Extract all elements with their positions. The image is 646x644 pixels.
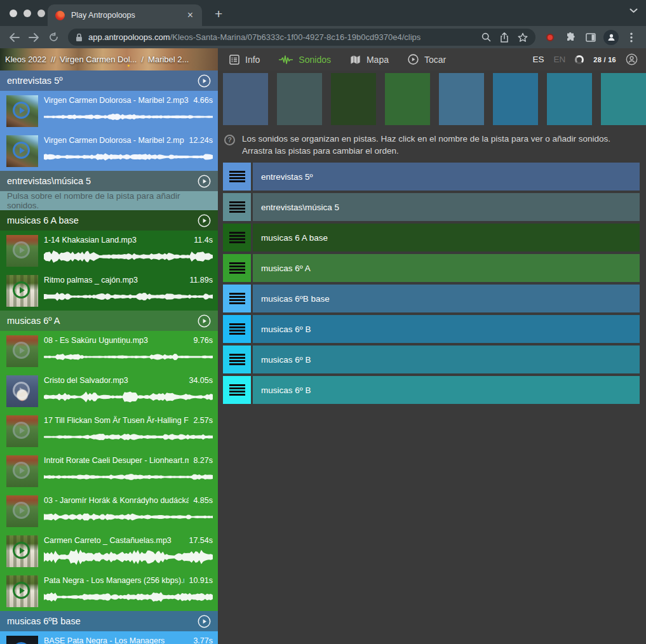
audio-clip[interactable]: Pata Negra - Los Managers (256 kbps).mp3… [0,571,218,611]
url-bar[interactable]: app.antropoloops.com/Kleos-Santa-Marina/… [68,29,535,46]
breadcrumb-item[interactable]: Maribel 2... [148,55,189,64]
drag-handle[interactable] [223,193,251,221]
account-icon[interactable] [626,53,638,65]
extensions-puzzle-icon[interactable] [562,29,579,46]
audio-clip[interactable]: Virgen Carmen Dolorosa - Maribel 2.mp3 4… [0,91,218,131]
audio-clip[interactable]: Cristo del Salvador.mp3 34.05s [0,371,218,411]
window-controls[interactable] [10,10,45,17]
breadcrumb-group[interactable]: Virgen Carmen Dol... [60,55,137,64]
header-right: ES EN 28 / 16 [532,53,646,65]
audio-clip[interactable]: 08 - Es Sakūru Uguntiņu.mp3 9.76s [0,331,218,371]
drag-handle-icon [229,201,245,213]
record-extension-icon[interactable] [541,29,559,46]
section-play-icon[interactable] [198,615,211,628]
track-row[interactable]: musicas 6º B [223,315,640,343]
lock-icon[interactable] [76,33,83,42]
audio-clip[interactable]: Introit Rorate Caeli Desuper - Lionheart… [0,451,218,491]
side-panel-icon[interactable] [582,29,600,46]
audio-clip[interactable]: 03 - Jaromír Horák & Konrádyho dudácká .… [0,491,218,531]
profile-avatar[interactable] [602,29,620,46]
track-row[interactable]: musicas 6 A base [223,224,640,252]
tab-search-chevron-icon[interactable] [629,8,638,13]
share-icon[interactable] [500,32,509,43]
new-tab-button[interactable]: + [215,6,222,22]
track-row-body[interactable]: musicas 6º A [253,254,640,282]
audio-clip[interactable]: 17 Till Flickan Som Är Tusen År-Halling … [0,411,218,451]
track-row[interactable]: entrevistas\música 5 [223,193,640,221]
clip-play-icon[interactable] [13,502,30,519]
section-play-icon[interactable] [198,214,211,227]
track-row-body[interactable]: musicas 6º B [253,315,640,343]
clip-duration: 4.66s [193,96,213,105]
drag-handle-icon [229,384,245,396]
track-row[interactable]: musicas 6º A [223,254,640,282]
clip-play-icon[interactable] [13,382,30,399]
drag-handle[interactable] [223,376,251,404]
track-row-body[interactable]: musicas 6ºB base [253,285,640,312]
sidebar-section-header[interactable]: entrevistas 5º [0,70,218,91]
drag-handle[interactable] [223,285,251,312]
sidebar-section-header[interactable]: musicas 6º A [0,311,218,331]
section-clips: 08 - Es Sakūru Uguntiņu.mp3 9.76s Cristo… [0,331,218,611]
sidebar-section-name: entrevistas\música 5 [7,176,198,186]
audio-clip[interactable]: BASE Pata Negra - Los Managers 3.77s [0,631,218,644]
audio-clip[interactable]: Virgen Carmen Dolorosa - Maribel 2.mp3 1… [0,131,218,171]
kebab-menu-icon[interactable] [622,29,640,46]
drag-handle[interactable] [223,163,251,191]
clip-play-icon[interactable] [13,422,30,439]
audio-clip[interactable]: Ritmo palmas _ cajón.mp3 11.89s [0,271,218,311]
track-row-body[interactable]: entrevistas\música 5 [253,193,640,221]
url-path: /Kleos-Santa-Marina/07b6333c-1f00-4927-8… [170,32,421,42]
forward-icon[interactable] [25,29,43,46]
clip-play-icon[interactable] [13,462,30,479]
nav-sonidos[interactable]: Sonidos [279,55,331,65]
track-row[interactable]: musicas 6º B [223,345,640,373]
drag-handle[interactable] [223,345,251,373]
drag-handle[interactable] [223,315,251,343]
bookmark-star-icon[interactable] [518,32,528,43]
back-icon[interactable] [6,29,23,46]
help-question-icon: ? [224,135,235,145]
clip-play-icon[interactable] [13,281,30,299]
clip-play-icon[interactable] [13,142,30,159]
clip-play-icon[interactable] [13,241,30,258]
track-row[interactable]: musicas 6ºB base [223,285,640,312]
lang-es-button[interactable]: ES [532,55,544,64]
track-row-body[interactable]: musicas 6º B [253,345,640,373]
track-row-body[interactable]: entrevistas 5º [253,163,640,191]
track-row-body[interactable]: musicas 6º B [253,376,640,404]
section-play-icon[interactable] [198,74,211,88]
section-play-icon[interactable] [198,314,211,328]
window-zoom-button[interactable] [37,10,45,17]
clip-play-icon[interactable] [13,342,30,359]
audio-clip[interactable]: 1-14 Khakasian Land.mp3 11.4s [0,231,218,271]
clip-title: 17 Till Flickan Som Är Tusen År-Halling … [44,416,189,425]
clip-play-icon[interactable] [13,102,30,119]
zoom-page-icon[interactable] [481,32,491,42]
browser-tab[interactable]: Play Antropoloops × [48,4,202,26]
drag-handle[interactable] [223,224,251,252]
audio-clip[interactable]: Carmen Carreto _ Castañuelas.mp3 17.54s [0,531,218,571]
drag-handle[interactable] [223,254,251,282]
clip-title: Introit Rorate Caeli Desuper - Lionheart… [44,456,189,465]
sidebar-section-header[interactable]: entrevistas\música 5 [0,171,218,191]
nav-mapa[interactable]: Mapa [350,55,389,65]
clip-play-icon[interactable] [13,582,30,599]
reload-icon[interactable] [45,29,62,46]
section-play-icon[interactable] [198,175,211,188]
tab-close-icon[interactable]: × [186,10,194,20]
nav-tocar[interactable]: Tocar [408,54,446,65]
window-close-button[interactable] [10,10,17,17]
track-row-body[interactable]: musicas 6 A base [253,224,640,252]
sidebar-section-header[interactable]: musicas 6 A base [0,210,218,231]
breadcrumb-project[interactable]: Kleos 2022 [5,55,46,64]
track-row[interactable]: entrevistas 5º [223,163,640,191]
nav-info[interactable]: Info [229,55,260,65]
lang-en-button[interactable]: EN [553,55,565,64]
track-row[interactable]: musicas 6º B [223,376,640,404]
window-minimize-button[interactable] [24,10,31,17]
clip-play-icon[interactable] [13,542,30,559]
clip-title: 08 - Es Sakūru Uguntiņu.mp3 [44,336,189,345]
sidebar-section-header[interactable]: musicas 6ºB base [0,611,218,631]
clip-duration: 11.4s [194,236,213,245]
